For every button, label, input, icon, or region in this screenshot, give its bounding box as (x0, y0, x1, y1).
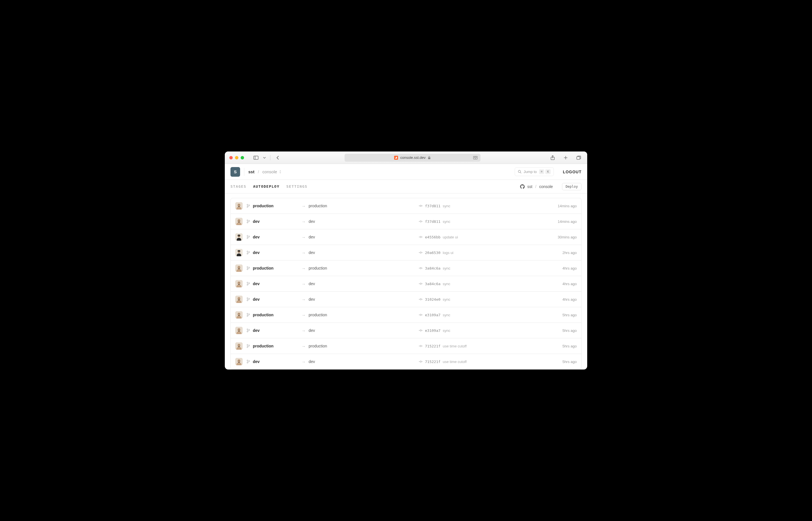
breadcrumb-app-switcher[interactable]: console (262, 169, 282, 174)
reader-icon[interactable] (473, 156, 478, 159)
branch-cell: dev (247, 219, 298, 224)
avatar (235, 202, 242, 209)
stage-cell: → production (302, 313, 415, 317)
chevron-updown-icon (279, 170, 282, 174)
commit-hash: 31024e0 (425, 297, 441, 301)
titlebar-right-controls (549, 154, 583, 161)
arrow-right-icon: → (302, 328, 306, 333)
deploy-row[interactable]: production → production 3a84c6a sync 4hr… (231, 260, 581, 276)
tab-settings[interactable]: SETTINGS (286, 184, 307, 188)
browser-window: console.sst.dev S (225, 152, 587, 369)
arrow-right-icon: → (302, 344, 306, 348)
avatar (235, 342, 242, 350)
deploy-row[interactable]: dev → dev e4556bb update ui 30mins ago (231, 229, 581, 245)
tab-stages[interactable]: STAGES (230, 184, 246, 188)
window-minimize-button[interactable] (235, 156, 238, 159)
repo-separator: / (535, 184, 536, 189)
keyboard-shortcut: ⌘ K (539, 169, 551, 174)
commit-message: use time cutoff (443, 344, 467, 348)
github-icon (520, 184, 525, 189)
arrow-right-icon: → (302, 219, 306, 224)
deploy-row[interactable]: production → production 715221f use time… (231, 338, 581, 354)
commit-message: sync (443, 204, 450, 208)
sidebar-toggle-icon[interactable] (252, 154, 260, 161)
deploy-time: 14mins ago (546, 220, 577, 224)
traffic-lights (229, 156, 244, 159)
stage-cell: → dev (302, 219, 415, 224)
commit-icon (419, 251, 423, 254)
chevron-down-icon[interactable] (262, 154, 267, 161)
commit-cell: e4556bb update ui (419, 235, 542, 239)
deploy-row[interactable]: dev → dev e3109a7 sync 5hrs ago (231, 323, 581, 338)
deploy-time: 5hrs ago (546, 360, 577, 364)
breadcrumb-org[interactable]: sst (248, 169, 255, 174)
branch-cell: dev (247, 235, 298, 239)
deploy-row[interactable]: production → production e3109a7 sync 5hr… (231, 307, 581, 323)
window-zoom-button[interactable] (241, 156, 244, 159)
deploy-button[interactable]: Deploy (562, 183, 582, 190)
repo-link[interactable]: sst / console (520, 184, 553, 189)
branch-cell: dev (247, 297, 298, 301)
deploy-time: 14mins ago (546, 204, 577, 208)
arrow-right-icon: → (302, 235, 306, 240)
deploy-row[interactable]: dev → dev 20a6530 logs ui 2hrs ago (231, 245, 581, 260)
branch-icon (247, 235, 250, 239)
deploy-row[interactable]: dev → dev f37d811 sync 14mins ago (231, 214, 581, 229)
branch-icon (247, 313, 250, 317)
arrow-right-icon: → (302, 313, 306, 317)
kbd-k: K (545, 169, 551, 174)
tabs-bar: STAGES AUTODEPLOY SETTINGS sst / console… (225, 180, 587, 194)
svg-rect-0 (254, 156, 258, 159)
address-bar[interactable]: console.sst.dev (345, 154, 481, 162)
deploy-row[interactable]: production → production f37d811 sync 14m… (231, 198, 581, 214)
commit-hash: f37d811 (425, 204, 441, 208)
jump-to-placeholder: Jump to (524, 169, 537, 174)
logout-button[interactable]: LOGOUT (563, 169, 582, 174)
branch-cell: dev (247, 281, 298, 286)
arrow-right-icon: → (302, 250, 306, 255)
stage-name: production (309, 204, 327, 208)
branch-name: dev (253, 297, 260, 301)
new-tab-icon[interactable] (562, 154, 570, 161)
tabs-overview-icon[interactable] (575, 154, 583, 161)
deploy-time: 2hrs ago (546, 251, 577, 255)
share-icon[interactable] (549, 154, 557, 161)
stage-name: dev (309, 250, 315, 255)
back-button[interactable] (274, 154, 282, 161)
branch-icon (247, 220, 250, 223)
arrow-right-icon: → (302, 266, 306, 271)
deploy-time: 4hrs ago (546, 266, 577, 270)
avatar (235, 311, 242, 319)
commit-cell: e3109a7 sync (419, 313, 542, 317)
breadcrumb: sst / console (248, 169, 282, 174)
branch-name: dev (253, 359, 260, 364)
deploy-row[interactable]: dev → dev 3a84c6a sync 4hrs ago (231, 276, 581, 292)
commit-icon (419, 313, 423, 317)
repo-name: console (539, 184, 553, 189)
window-close-button[interactable] (229, 156, 233, 159)
commit-cell: 20a6530 logs ui (419, 251, 542, 255)
commit-hash: 20a6530 (425, 251, 441, 255)
jump-to-search[interactable]: Jump to ⌘ K (515, 167, 554, 176)
avatar (235, 233, 242, 241)
deploy-row[interactable]: dev → dev 31024e0 sync 4hrs ago (231, 292, 581, 307)
arrow-right-icon: → (302, 297, 306, 302)
commit-message: logs ui (443, 251, 454, 255)
deploy-time: 5hrs ago (546, 313, 577, 317)
browser-titlebar: console.sst.dev (225, 152, 587, 164)
branch-cell: dev (247, 250, 298, 255)
tab-autodeploy[interactable]: AUTODEPLOY (253, 184, 279, 188)
branch-icon (247, 204, 250, 208)
stage-cell: → dev (302, 281, 415, 286)
deploy-row[interactable]: dev → dev 715221f use time cutoff 5hrs a… (231, 354, 581, 369)
org-badge[interactable]: S (230, 167, 240, 177)
branch-cell: dev (247, 359, 298, 364)
commit-hash: e4556bb (425, 235, 441, 239)
breadcrumb-separator: / (258, 169, 259, 174)
stage-name: dev (309, 219, 315, 224)
commit-hash: 3a84c6a (425, 282, 441, 286)
commit-message: update ui (443, 235, 458, 239)
branch-icon (247, 360, 250, 364)
stage-name: dev (309, 297, 315, 301)
titlebar-left-controls (252, 154, 282, 161)
